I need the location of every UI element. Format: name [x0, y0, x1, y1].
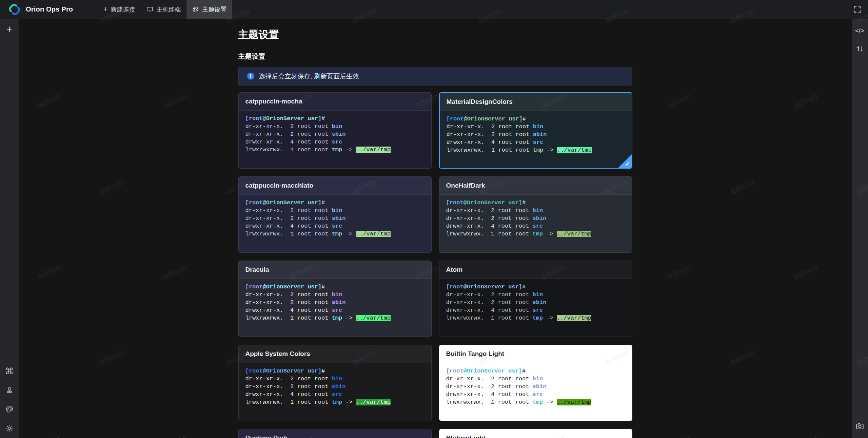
terminal-line: drwxr-xr-x. 4 root root src	[245, 222, 425, 230]
terminal-line: lrwxrwxrwx. 1 root root tmp -> ../var/tm…	[245, 146, 425, 154]
terminal-line: drwxr-xr-x. 4 root root src	[446, 391, 625, 398]
terminal-line: [root@OrionServer usr]#	[245, 367, 425, 375]
sort-swap-icon[interactable]	[855, 44, 864, 53]
brand-title: Orion Ops Pro	[26, 5, 73, 13]
info-alert-text: 选择后会立刻保存, 刷新页面后生效	[259, 72, 359, 81]
terminal-line: [root@OrionServer usr]#	[446, 367, 625, 375]
terminal-line: [root@OrionServer usr]#	[446, 283, 625, 291]
terminal-line: lrwxrwxrwx. 1 root root tmp -> ../var/tm…	[446, 230, 625, 238]
terminal-line: dr-xr-xr-x. 2 root root bin	[446, 291, 625, 299]
top-bar: Orion Ops Pro + 新建连接 主机终端	[0, 0, 868, 19]
theme-card-builtin-tango-light[interactable]: Builtin Tango Light[root@OrionServer usr…	[439, 345, 632, 421]
theme-card-title: MaterialDesignColors	[440, 93, 632, 111]
terminal-line: dr-xr-xr-x. 2 root root sbin	[245, 383, 425, 391]
terminal-preview: [root@OrionServer usr]#dr-xr-xr-x. 2 roo…	[239, 279, 431, 337]
tab-host-terminal[interactable]: 主机终端	[141, 0, 186, 19]
app-logo-icon	[7, 2, 22, 17]
terminal-line: [root@OrionServer usr]#	[447, 115, 625, 123]
theme-card-title: Duotone Dark	[239, 429, 431, 438]
theme-card-title: Builtin Tango Light	[439, 345, 632, 363]
left-sidebar: + ⌘	[0, 19, 19, 438]
terminal-line: lrwxrwxrwx. 1 root root tmp -> ../var/tm…	[245, 230, 425, 238]
terminal-monitor-icon	[146, 6, 153, 13]
terminal-line: [root@OrionServer usr]#	[245, 115, 425, 122]
theme-card-atom[interactable]: Atom[root@OrionServer usr]#dr-xr-xr-x. 2…	[439, 261, 632, 337]
terminal-line: dr-xr-xr-x. 2 root root bin	[245, 207, 425, 214]
theme-card-title: OneHalfDark	[439, 177, 632, 195]
main-content: 主题设置 主题设置 i 选择后会立刻保存, 刷新页面后生效 catppuccin…	[19, 19, 852, 438]
stamp-icon[interactable]	[5, 386, 14, 395]
terminal-line: dr-xr-xr-x. 2 root root bin	[245, 122, 425, 130]
terminal-preview: [root@OrionServer usr]#dr-xr-xr-x. 2 roo…	[239, 111, 431, 168]
theme-palette-icon[interactable]	[5, 405, 14, 414]
page-title: 主题设置	[238, 29, 632, 40]
terminal-preview: [root@OrionServer usr]#dr-xr-xr-x. 2 roo…	[439, 195, 632, 252]
terminal-line: drwxr-xr-x. 4 root root src	[447, 138, 625, 146]
terminal-line: [root@OrionServer usr]#	[245, 283, 425, 291]
plus-icon: +	[103, 5, 107, 13]
terminal-line: dr-xr-xr-x. 2 root root sbin	[447, 131, 625, 138]
terminal-line: dr-xr-xr-x. 2 root root sbin	[245, 130, 425, 138]
right-sidebar: </>	[852, 19, 868, 438]
terminal-line: dr-xr-xr-x. 2 root root bin	[245, 375, 425, 383]
settings-gear-icon[interactable]	[5, 424, 14, 433]
terminal-line: lrwxrwxrwx. 1 root root tmp -> ../var/tm…	[245, 398, 425, 406]
terminal-line: lrwxrwxrwx. 1 root root tmp -> ../var/tm…	[447, 146, 625, 154]
selected-check-icon: ✓	[625, 160, 630, 168]
terminal-line: dr-xr-xr-x. 2 root root bin	[446, 375, 625, 383]
theme-card-catppuccin-mocha[interactable]: catppuccin-mocha[root@OrionServer usr]#d…	[238, 92, 432, 169]
terminal-line: [root@OrionServer usr]#	[446, 199, 625, 207]
terminal-line: drwxr-xr-x. 4 root root src	[245, 391, 425, 398]
terminal-line: dr-xr-xr-x. 2 root root sbin	[446, 383, 625, 391]
terminal-line: lrwxrwxrwx. 1 root root tmp -> ../var/tm…	[446, 398, 625, 406]
info-icon: i	[247, 73, 254, 80]
terminal-line: drwxr-xr-x. 4 root root src	[446, 306, 625, 314]
info-alert: i 选择后会立刻保存, 刷新页面后生效	[238, 67, 632, 85]
terminal-line: drwxr-xr-x. 4 root root src	[245, 306, 425, 314]
tab-new-connection[interactable]: + 新建连接	[97, 0, 141, 19]
terminal-line: drwxr-xr-x. 4 root root src	[446, 222, 625, 230]
terminal-preview: [root@OrionServer usr]#dr-xr-xr-x. 2 roo…	[439, 279, 632, 337]
terminal-line: [root@OrionServer usr]#	[245, 199, 425, 207]
terminal-preview: [root@OrionServer usr]#dr-xr-xr-x. 2 roo…	[439, 363, 632, 421]
theme-card-title: catppuccin-mocha	[239, 93, 431, 111]
theme-card-title: catppuccin-macchiato	[239, 177, 431, 195]
terminal-line: lrwxrwxrwx. 1 root root tmp -> ../var/tm…	[245, 314, 425, 322]
theme-card-onehalfdark[interactable]: OneHalfDark[root@OrionServer usr]#dr-xr-…	[439, 176, 632, 253]
terminal-line: dr-xr-xr-x. 2 root root sbin	[446, 214, 625, 222]
section-title: 主题设置	[238, 53, 632, 60]
terminal-line: dr-xr-xr-x. 2 root root sbin	[446, 299, 625, 306]
theme-card-title: Dracula	[239, 261, 431, 279]
theme-card-apple-system-colors[interactable]: Apple System Colors[root@OrionServer usr…	[238, 345, 432, 421]
terminal-line: lrwxrwxrwx. 1 root root tmp -> ../var/tm…	[446, 314, 625, 322]
tab-theme-settings[interactable]: 主题设置	[186, 0, 232, 19]
fullscreen-icon[interactable]	[853, 5, 862, 14]
code-snippets-icon[interactable]: </>	[855, 27, 865, 34]
terminal-preview: [root@OrionServer usr]#dr-xr-xr-x. 2 roo…	[239, 195, 431, 252]
terminal-line: dr-xr-xr-x. 2 root root sbin	[245, 299, 425, 306]
top-tabs: + 新建连接 主机终端 主题设置	[97, 0, 232, 19]
screenshot-camera-icon[interactable]	[855, 422, 864, 431]
theme-card-catppuccin-macchiato[interactable]: catppuccin-macchiato[root@OrionServer us…	[238, 176, 432, 253]
theme-card-title: BlulocoLight	[439, 429, 632, 438]
brand: Orion Ops Pro	[0, 2, 73, 17]
terminal-preview: [root@OrionServer usr]#dr-xr-xr-x. 2 roo…	[239, 363, 431, 421]
command-icon[interactable]: ⌘	[5, 367, 14, 376]
theme-card-title: Atom	[439, 261, 632, 279]
theme-card-duotone-dark[interactable]: Duotone Dark[root@OrionServer usr]#dr-xr…	[238, 429, 432, 438]
theme-card-dracula[interactable]: Dracula[root@OrionServer usr]#dr-xr-xr-x…	[238, 261, 432, 337]
palette-icon	[192, 6, 199, 13]
theme-card-title: Apple System Colors	[239, 345, 431, 363]
theme-grid: catppuccin-mocha[root@OrionServer usr]#d…	[238, 92, 632, 438]
terminal-line: dr-xr-xr-x. 2 root root sbin	[245, 214, 425, 222]
terminal-line: drwxr-xr-x. 4 root root src	[245, 138, 425, 146]
terminal-preview: [root@OrionServer usr]#dr-xr-xr-x. 2 roo…	[440, 111, 632, 168]
terminal-line: dr-xr-xr-x. 2 root root bin	[447, 123, 625, 131]
add-connection-icon[interactable]: +	[6, 23, 12, 36]
terminal-line: dr-xr-xr-x. 2 root root bin	[446, 207, 625, 214]
theme-card-blulocolight[interactable]: BlulocoLight[root@OrionServer usr]#dr-xr…	[439, 429, 632, 438]
theme-card-materialdesigncolors[interactable]: MaterialDesignColors[root@OrionServer us…	[439, 92, 632, 169]
terminal-line: dr-xr-xr-x. 2 root root bin	[245, 291, 425, 299]
